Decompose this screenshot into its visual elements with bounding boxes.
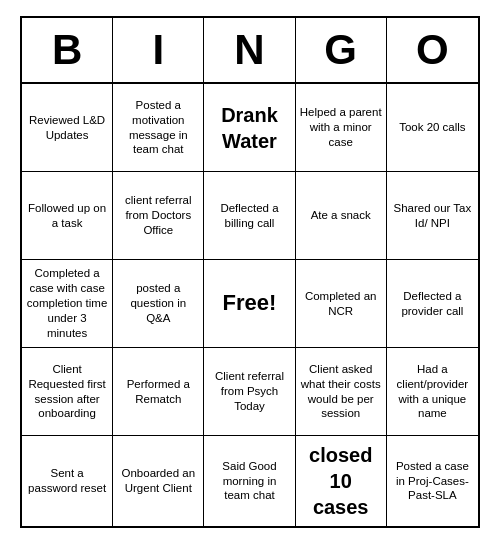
bingo-cell-19: Had a client/provider with a unique name xyxy=(387,348,478,436)
bingo-cell-22: Said Good morning in team chat xyxy=(204,436,295,526)
bingo-cell-8: Ate a snack xyxy=(296,172,387,260)
bingo-cell-16: Performed a Rematch xyxy=(113,348,204,436)
bingo-grid: Reviewed L&D UpdatesPosted a motivation … xyxy=(22,84,478,526)
bingo-letter-b: B xyxy=(22,18,113,82)
bingo-letter-g: G xyxy=(296,18,387,82)
bingo-cell-5: Followed up on a task xyxy=(22,172,113,260)
bingo-cell-3: Helped a parent with a minor case xyxy=(296,84,387,172)
bingo-cell-15: Client Requested first session after onb… xyxy=(22,348,113,436)
bingo-letter-i: I xyxy=(113,18,204,82)
bingo-letter-n: N xyxy=(204,18,295,82)
bingo-cell-12: Free! xyxy=(204,260,295,348)
bingo-cell-7: Deflected a billing call xyxy=(204,172,295,260)
bingo-header: BINGO xyxy=(22,18,478,84)
bingo-card: BINGO Reviewed L&D UpdatesPosted a motiv… xyxy=(20,16,480,528)
bingo-cell-24: Posted a case in Proj-Cases-Past-SLA xyxy=(387,436,478,526)
bingo-cell-1: Posted a motivation message in team chat xyxy=(113,84,204,172)
bingo-cell-2: Drank Water xyxy=(204,84,295,172)
bingo-cell-14: Deflected a provider call xyxy=(387,260,478,348)
bingo-letter-o: O xyxy=(387,18,478,82)
bingo-cell-9: Shared our Tax Id/ NPI xyxy=(387,172,478,260)
bingo-cell-0: Reviewed L&D Updates xyxy=(22,84,113,172)
bingo-cell-18: Client asked what their costs would be p… xyxy=(296,348,387,436)
bingo-cell-20: Sent a password reset xyxy=(22,436,113,526)
bingo-cell-6: client referral from Doctors Office xyxy=(113,172,204,260)
bingo-cell-23: closed 10 cases xyxy=(296,436,387,526)
bingo-cell-10: Completed a case with case completion ti… xyxy=(22,260,113,348)
bingo-cell-11: posted a question in Q&A xyxy=(113,260,204,348)
bingo-cell-13: Completed an NCR xyxy=(296,260,387,348)
bingo-cell-21: Onboarded an Urgent Client xyxy=(113,436,204,526)
bingo-cell-4: Took 20 calls xyxy=(387,84,478,172)
bingo-cell-17: Client referral from Psych Today xyxy=(204,348,295,436)
